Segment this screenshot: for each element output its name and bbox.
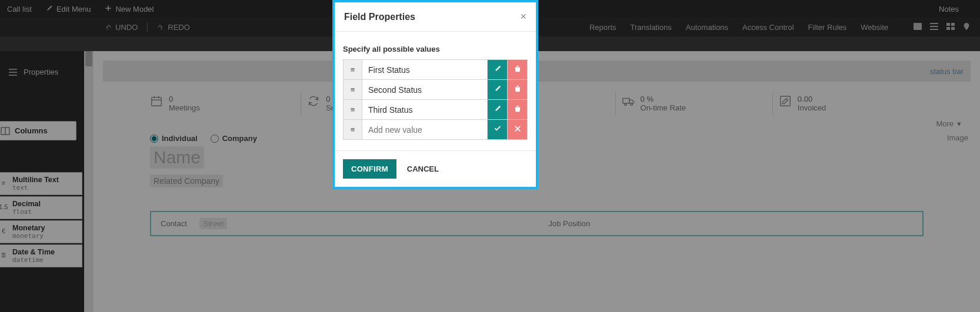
x-icon (514, 125, 522, 133)
new-value-input[interactable] (362, 120, 487, 139)
drag-handle-icon[interactable]: ≡ (344, 60, 362, 80)
drag-handle-icon[interactable]: ≡ (344, 80, 362, 100)
pencil-icon (494, 65, 502, 73)
value-input[interactable] (362, 80, 487, 99)
value-row: ≡ (344, 80, 528, 100)
value-input[interactable] (362, 100, 487, 119)
delete-value-button[interactable] (508, 80, 528, 100)
confirm-button[interactable]: CONFIRM (343, 159, 396, 179)
new-value-row: ≡ (344, 120, 528, 140)
specify-values-label: Specify all possible values (343, 45, 528, 53)
edit-value-button[interactable] (488, 80, 508, 100)
check-icon (494, 125, 502, 133)
trash-icon (514, 65, 522, 73)
value-row: ≡ (344, 60, 528, 80)
modal-title: Field Properties (344, 12, 415, 22)
field-properties-modal: Field Properties × Specify all possible … (332, 0, 538, 189)
confirm-value-button[interactable] (488, 120, 508, 140)
edit-value-button[interactable] (488, 60, 508, 80)
delete-value-button[interactable] (508, 60, 528, 80)
cancel-value-button[interactable] (508, 120, 528, 140)
cancel-button[interactable]: CANCEL (407, 165, 439, 173)
delete-value-button[interactable] (508, 100, 528, 120)
values-table: ≡ ≡ ≡ ≡ (343, 59, 528, 140)
close-icon[interactable]: × (520, 11, 526, 23)
edit-value-button[interactable] (488, 100, 508, 120)
value-row: ≡ (344, 100, 528, 120)
drag-handle-icon[interactable]: ≡ (344, 120, 362, 140)
value-input[interactable] (362, 61, 487, 79)
drag-handle-icon[interactable]: ≡ (344, 100, 362, 120)
